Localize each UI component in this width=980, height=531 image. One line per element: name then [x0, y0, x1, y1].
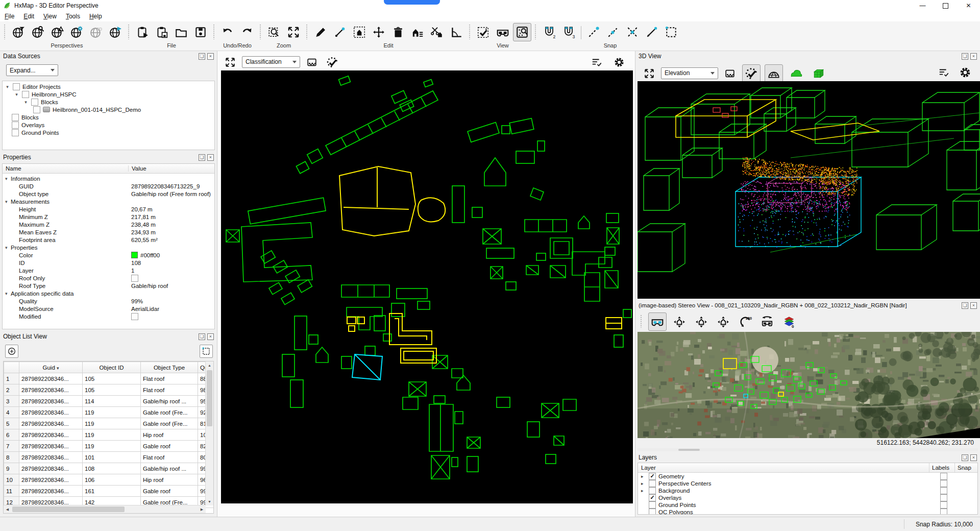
tree-checkbox[interactable]	[22, 91, 29, 98]
close-panel-button[interactable]: ×	[207, 333, 214, 340]
textured-roofs-icon[interactable]	[810, 64, 828, 83]
property-row[interactable]: Maximum Z 238,48 m	[3, 221, 214, 228]
layer-row[interactable]: Overlays	[638, 494, 977, 501]
property-group-expander[interactable]: ▾	[5, 245, 11, 250]
object-table-row[interactable]: 10 2879892208346... 106 Hip roof 96	[4, 474, 214, 486]
tree-expander[interactable]: ▾	[5, 84, 10, 89]
tree-checkbox[interactable]	[12, 122, 19, 129]
draw-polyline-icon[interactable]	[331, 23, 349, 41]
row-number-header[interactable]	[4, 362, 19, 373]
color-palette-icon[interactable]	[304, 54, 320, 70]
tree-item[interactable]: Heilbronn_001-014_HSPC_Demo	[3, 106, 214, 113]
property-row[interactable]: ▾ Properties	[3, 244, 214, 251]
tree-checkbox[interactable]	[12, 129, 19, 136]
horizontal-scrollbar[interactable]: ◀ ▶	[4, 505, 206, 513]
view-menu-icon[interactable]	[936, 64, 952, 81]
undo-icon[interactable]	[218, 23, 237, 41]
close-button[interactable]: ✕	[957, 0, 980, 11]
property-row[interactable]: GUID 2879892208346713225_9	[3, 182, 214, 190]
tree-item[interactable]: ▾ Editor Projects	[3, 83, 214, 90]
delete-object-icon[interactable]	[389, 23, 407, 41]
object-table-row[interactable]: 4 2879892208346... 119 Gable roof (Fre..…	[4, 407, 214, 418]
object-table-row[interactable]: 5 2879892208346... 119 Gable roof (Fre..…	[4, 418, 214, 429]
snap-3-points-icon[interactable]	[559, 23, 578, 41]
tree-checkbox[interactable]	[31, 99, 38, 106]
tree-item[interactable]: ▾ Blocks	[3, 98, 214, 106]
stereo-scrollbar[interactable]	[638, 448, 978, 451]
object-id-column-header[interactable]: Object ID	[83, 362, 141, 373]
stereo-glasses-icon[interactable]	[648, 312, 667, 331]
tree-checkbox[interactable]	[33, 106, 40, 113]
toolbar-grip[interactable]	[213, 24, 215, 39]
toolbar-grip[interactable]	[640, 315, 643, 328]
verify-points-icon[interactable]	[324, 54, 340, 70]
float-panel-button[interactable]: ❏	[962, 454, 968, 461]
globe-play-icon[interactable]	[106, 23, 125, 41]
property-row[interactable]: ID 108	[3, 259, 214, 267]
layer-expander[interactable]: ▸	[641, 488, 646, 493]
property-group-expander[interactable]: ▾	[5, 291, 11, 296]
toolbar-grip[interactable]	[469, 24, 471, 39]
draw-pencil-icon[interactable]	[311, 23, 330, 41]
toolbar-grip[interactable]	[4, 24, 6, 39]
float-panel-button[interactable]: ❏	[962, 302, 968, 309]
property-row[interactable]: Quality 99%	[3, 297, 214, 305]
property-row[interactable]: Minimum Z 217,81 m	[3, 213, 214, 221]
property-row[interactable]: Mean Eaves Z 234,93 m	[3, 228, 214, 236]
tree-checkbox[interactable]	[13, 83, 20, 90]
tree-item[interactable]: Overlays	[3, 121, 214, 129]
property-group-expander[interactable]: ▾	[5, 176, 11, 181]
properties-name-column[interactable]: Name	[3, 165, 128, 172]
tree-expander[interactable]: ▾	[14, 92, 19, 97]
band-combination-icon[interactable]	[780, 312, 798, 331]
layer-expander[interactable]: ▸	[641, 474, 646, 479]
building-attributes-icon[interactable]	[408, 23, 427, 41]
property-checkbox[interactable]	[131, 275, 138, 282]
object-table-row[interactable]: 7 2879892208346... 119 Gable roof 82	[4, 441, 214, 452]
globe-measure-icon[interactable]	[48, 23, 66, 41]
tree-item[interactable]: ▾ Heilbronn_HSPC	[3, 90, 214, 98]
float-panel-button[interactable]: ❏	[199, 154, 205, 161]
layer-labels-checkbox[interactable]	[940, 487, 947, 494]
layer-labels-checkbox[interactable]	[940, 501, 947, 509]
globe-search-icon[interactable]	[29, 23, 47, 41]
open-folder-icon[interactable]	[172, 23, 190, 41]
layer-visibility-checkbox[interactable]	[649, 487, 656, 494]
view-menu-icon[interactable]	[589, 54, 605, 70]
move-right-image-icon[interactable]	[714, 312, 732, 331]
color-swatch[interactable]	[131, 252, 138, 258]
scrollbar-thumb[interactable]	[12, 506, 125, 512]
close-panel-button[interactable]: ×	[207, 154, 214, 161]
layer-row[interactable]: Ground Points	[638, 501, 977, 509]
toolbar-grip[interactable]	[259, 24, 262, 39]
layer-visibility-checkbox[interactable]	[649, 509, 656, 515]
swap-stereo-pair-icon[interactable]	[758, 312, 776, 331]
snap-column-header[interactable]: Snap	[958, 465, 971, 471]
solid-roofs-icon[interactable]	[787, 64, 805, 83]
menu-item[interactable]: View	[39, 12, 61, 21]
layer-visibility-checkbox[interactable]	[649, 501, 656, 509]
display-mode-combobox[interactable]: Elevation	[661, 67, 718, 79]
toolbar-grip[interactable]	[128, 24, 130, 39]
display-mode-combobox[interactable]: Classification	[242, 56, 300, 68]
layer-column-header[interactable]: Layer	[638, 465, 656, 471]
property-row[interactable]: Height 20,67 m	[3, 205, 214, 213]
color-palette-icon[interactable]	[722, 65, 738, 82]
layer-row[interactable]: ▸ Background	[638, 487, 977, 494]
snap-nearest-icon[interactable]	[643, 23, 661, 41]
snap-intersection-icon[interactable]	[623, 23, 642, 41]
layer-row[interactable]: ▸ Geometry	[638, 473, 977, 480]
object-table-row[interactable]: 11 2879892208346... 161 Gable roof 99	[4, 486, 214, 497]
wireframe-roofs-icon[interactable]	[765, 64, 783, 83]
scroll-right-arrow[interactable]: ▶	[198, 505, 206, 513]
move-both-images-icon[interactable]	[692, 312, 710, 331]
add-object-button[interactable]	[5, 345, 18, 358]
object-table-row[interactable]: 6 2879892208346... 119 Hip roof 100	[4, 429, 214, 441]
cut-building-icon[interactable]	[428, 23, 446, 41]
move-left-image-icon[interactable]	[670, 312, 689, 331]
property-row[interactable]: ▾ Information	[3, 175, 214, 182]
layer-visibility-checkbox[interactable]	[649, 473, 656, 480]
float-panel-button[interactable]: ❏	[199, 53, 205, 60]
rotate-180-icon[interactable]	[736, 312, 754, 331]
property-row[interactable]: ModelSource AerialLidar	[3, 305, 214, 312]
